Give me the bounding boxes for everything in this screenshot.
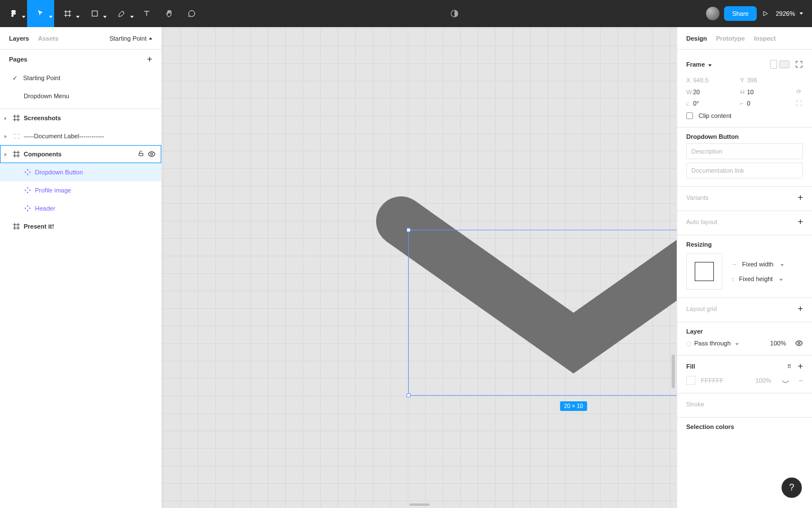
page-name: Starting Point — [23, 75, 60, 81]
fill-section: Fill ⠿ + FFFFFF 100% − — [677, 356, 812, 393]
layer-label: Profile image — [35, 187, 71, 194]
checkbox-icon — [686, 112, 693, 119]
dotted-frame-icon — [12, 132, 20, 140]
layer-document-label[interactable]: -----Document Label------------ — [0, 127, 161, 145]
frame-icon — [12, 114, 20, 122]
fill-hex[interactable]: FFFFFF — [701, 377, 723, 384]
resize-handle[interactable] — [407, 393, 411, 397]
svg-rect-9 — [27, 192, 29, 194]
panel-resize-handle[interactable] — [409, 503, 430, 506]
avatar[interactable] — [706, 7, 720, 20]
canvas[interactable]: 20 × 10 — [162, 27, 677, 508]
svg-rect-7 — [29, 172, 31, 173]
layer-components[interactable]: Components — [0, 145, 161, 163]
svg-point-0 — [14, 12, 16, 15]
comment-icon — [187, 9, 196, 18]
svg-point-16 — [798, 342, 800, 344]
tab-inspect[interactable]: Inspect — [754, 35, 776, 42]
layoutgrid-section: Layout grid + — [677, 298, 812, 322]
add-fill-icon[interactable]: + — [798, 361, 803, 371]
y-label: Y — [740, 77, 747, 84]
add-page-icon[interactable]: + — [147, 54, 152, 64]
hand-tool[interactable] — [158, 0, 180, 27]
style-icon[interactable]: ⠿ — [787, 364, 792, 370]
rotation-input[interactable]: 0° — [693, 100, 740, 107]
independent-corners-icon[interactable]: ⛶ — [794, 100, 803, 107]
x-input[interactable]: 948.5 — [693, 77, 740, 84]
page-row-dropdown-menu[interactable]: Dropdown Menu — [0, 87, 161, 105]
layer-label: Dropdown Button — [35, 169, 83, 176]
svg-rect-15 — [29, 208, 31, 209]
blend-mode[interactable]: Pass through — [686, 340, 739, 347]
canvas-scrollbar[interactable] — [672, 354, 675, 388]
tab-design[interactable]: Design — [686, 35, 707, 42]
component-section: Dropdown Button Description Documentatio… — [677, 128, 812, 187]
hidden-icon[interactable] — [782, 376, 789, 384]
fill-title: Fill — [686, 363, 695, 370]
stroke-section: Stroke + — [677, 393, 812, 418]
height-constraint[interactable]: Fixed height — [731, 275, 784, 282]
move-tool[interactable] — [27, 0, 54, 27]
add-autolayout-icon[interactable]: + — [798, 217, 803, 227]
comment-tool[interactable] — [180, 0, 203, 27]
w-label: W — [686, 89, 693, 95]
selection-box[interactable]: 20 × 10 — [408, 230, 677, 396]
radius-input[interactable]: 0 — [747, 100, 795, 107]
layer-dropdown-button[interactable]: Dropdown Button — [0, 163, 161, 181]
page-row-starting-point[interactable]: Starting Point — [0, 69, 161, 87]
layer-title: Layer — [686, 328, 803, 335]
add-variant-icon[interactable]: + — [798, 192, 803, 203]
component-icon — [24, 168, 32, 176]
right-panel: Design Prototype Inspect Frame X 948.5 Y… — [677, 27, 812, 508]
frame-tool[interactable] — [54, 0, 81, 27]
orientation-landscape[interactable] — [779, 60, 789, 68]
fill-opacity[interactable]: 100% — [756, 377, 771, 384]
link-wh-icon[interactable]: ⟳ — [794, 88, 803, 95]
w-input[interactable]: 20 — [693, 89, 740, 95]
svg-rect-11 — [29, 190, 31, 191]
svg-rect-10 — [25, 190, 27, 191]
orientation-portrait[interactable] — [770, 60, 777, 69]
layer-label: Header — [35, 205, 55, 212]
page-selector[interactable]: Starting Point — [109, 35, 152, 42]
clip-content-checkbox[interactable]: Clip content — [686, 112, 803, 119]
layer-present-it[interactable]: Present it! — [0, 217, 161, 235]
resize-handle[interactable] — [407, 228, 411, 232]
remove-fill-icon[interactable]: − — [798, 376, 803, 385]
svg-rect-12 — [27, 205, 29, 207]
description-input[interactable]: Description — [686, 143, 803, 159]
zoom-dropdown[interactable]: 2926% — [774, 10, 805, 17]
layer-profile-image[interactable]: Profile image — [0, 181, 161, 199]
opacity-input[interactable]: 100% — [770, 340, 786, 347]
variants-label: Variants — [686, 194, 709, 201]
documentation-input[interactable]: Documentation link — [686, 163, 803, 178]
h-input[interactable]: 10 — [747, 89, 795, 95]
layer-screenshots[interactable]: Screenshots — [0, 109, 161, 127]
eye-icon[interactable] — [148, 150, 156, 158]
layer-header[interactable]: Header — [0, 199, 161, 217]
text-tool[interactable] — [135, 0, 158, 27]
shape-tool[interactable] — [81, 0, 108, 27]
y-input[interactable]: 396 — [747, 77, 795, 84]
frame-dropdown[interactable]: Frame — [686, 61, 712, 68]
visibility-icon[interactable] — [795, 339, 803, 347]
constraints-box[interactable] — [686, 253, 722, 290]
add-grid-icon[interactable]: + — [798, 304, 803, 314]
present-icon[interactable] — [761, 10, 769, 17]
pen-tool[interactable] — [108, 0, 135, 27]
resize-to-fit-icon[interactable] — [795, 60, 803, 68]
help-button[interactable]: ? — [782, 478, 802, 498]
tab-layers[interactable]: Layers — [9, 35, 29, 42]
selection-colors-section: Selection colors — [677, 418, 812, 438]
layer-label: Screenshots — [24, 115, 61, 121]
unlock-icon[interactable] — [138, 150, 144, 157]
pages-label: Pages — [9, 56, 27, 63]
contrast-icon[interactable] — [449, 8, 460, 19]
figma-menu[interactable] — [0, 0, 27, 27]
width-constraint[interactable]: Fixed width — [731, 261, 784, 268]
tab-prototype[interactable]: Prototype — [716, 35, 745, 42]
svg-rect-14 — [25, 208, 27, 209]
tab-assets[interactable]: Assets — [38, 35, 58, 42]
fill-swatch[interactable] — [686, 376, 695, 385]
share-button[interactable]: Share — [724, 6, 756, 21]
